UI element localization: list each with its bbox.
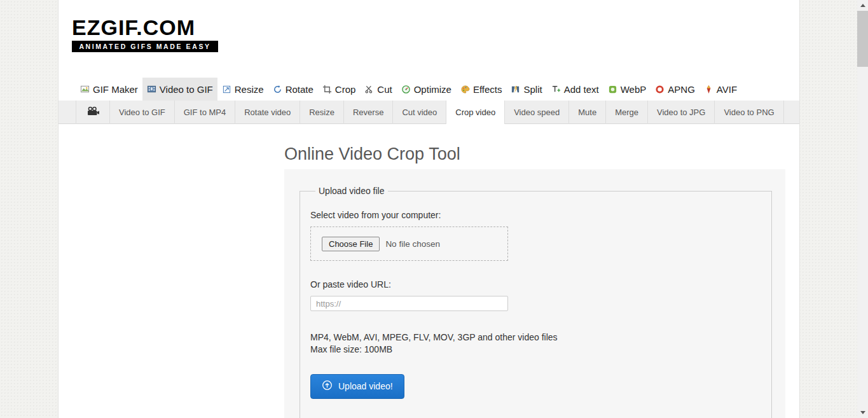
nav-item-cut[interactable]: Cut (360, 78, 396, 101)
scrollbar-down-button[interactable] (857, 407, 868, 418)
subnav-item-merge[interactable]: Merge (605, 101, 647, 124)
supported-formats-text: MP4, WebM, AVI, MPEG, FLV, MOV, 3GP and … (310, 331, 761, 344)
sub-nav: Video to GIF GIF to MP4 Rotate video Res… (59, 101, 799, 124)
nav-item-label: GIF Maker (93, 84, 138, 95)
page-title: Online Video Crop Tool (284, 144, 799, 164)
subnav-item-label: Cut video (402, 108, 437, 117)
nav-item-webp[interactable]: WebP (603, 78, 651, 101)
add-text-icon (551, 85, 561, 94)
nav-item-label: AVIF (717, 84, 737, 95)
webp-icon (608, 85, 617, 94)
subnav-item-label: Video to PNG (724, 108, 774, 117)
nav-item-avif[interactable]: AVIF (699, 78, 741, 101)
nav-item-label: Video to GIF (160, 84, 213, 95)
nav-item-resize[interactable]: Resize (217, 78, 268, 101)
nav-item-crop[interactable]: Crop (318, 78, 361, 101)
nav-item-label: Optimize (414, 84, 451, 95)
video-url-input[interactable] (310, 296, 508, 311)
nav-item-label: Effects (473, 84, 502, 95)
subnav-item-label: Crop video (455, 108, 495, 117)
nav-item-split[interactable]: Split (506, 78, 546, 101)
nav-item-label: Cut (377, 84, 392, 95)
scissors-icon (364, 85, 374, 94)
subnav-item-label: Rotate video (244, 108, 291, 117)
subnav-item-label: Video to GIF (119, 108, 165, 117)
nav-item-apng[interactable]: APNG (651, 78, 699, 101)
nav-item-optimize[interactable]: Optimize (397, 78, 456, 101)
scrollbar-thumb[interactable] (857, 11, 868, 67)
subnav-item-mute[interactable]: Mute (568, 101, 605, 124)
avif-icon (704, 85, 713, 94)
picture-icon (80, 85, 90, 94)
nav-item-label: Rotate (286, 84, 313, 95)
nav-item-label: WebP (621, 84, 647, 95)
nav-item-label: Resize (235, 84, 264, 95)
movie-camera-icon (86, 106, 99, 118)
content-card: EZGIF.COM ANIMATED GIFS MADE EASY GIF Ma… (58, 0, 800, 418)
no-file-chosen-text: No file chosen (385, 239, 440, 249)
nav-item-label: Crop (335, 84, 356, 95)
crop-icon (322, 85, 332, 94)
nav-item-label: Split (523, 84, 542, 95)
subnav-item-resize[interactable]: Resize (300, 101, 343, 124)
subnav-item-cut-video[interactable]: Cut video (392, 101, 446, 124)
subnav-item-label: Merge (615, 108, 638, 117)
select-video-label: Select video from your computer: (310, 210, 761, 220)
nav-item-gif-maker[interactable]: GIF Maker (76, 78, 142, 101)
up-arrow-icon (860, 4, 865, 7)
upload-panel: Upload video file Select video from your… (284, 169, 785, 418)
subnav-item-rotate-video[interactable]: Rotate video (235, 101, 300, 124)
film-strip-icon (147, 85, 156, 94)
subnav-item-label: Mute (578, 108, 596, 117)
upload-fieldset: Upload video file Select video from your… (300, 186, 772, 418)
nav-item-rotate[interactable]: Rotate (268, 78, 318, 101)
file-drop-area: Choose File No file chosen (310, 226, 508, 261)
nav-item-add-text[interactable]: Add text (547, 78, 603, 101)
choose-file-button[interactable]: Choose File (322, 237, 380, 251)
upload-button-label: Upload video! (338, 381, 393, 392)
logo-tagline: ANIMATED GIFS MADE EASY (72, 41, 218, 52)
nav-item-effects[interactable]: Effects (456, 78, 507, 101)
site-logo[interactable]: EZGIF.COM ANIMATED GIFS MADE EASY (72, 17, 218, 52)
subnav-item-reverse[interactable]: Reverse (343, 101, 392, 124)
subnav-item-video-to-png[interactable]: Video to PNG (714, 101, 783, 124)
upload-icon (322, 380, 333, 393)
upload-video-button[interactable]: Upload video! (310, 374, 404, 399)
apng-icon (655, 85, 665, 94)
subnav-item-crop-video[interactable]: Crop video (446, 101, 504, 124)
resize-icon (222, 85, 231, 94)
scrollbar[interactable] (857, 0, 868, 418)
nav-item-label: APNG (668, 84, 695, 95)
gauge-icon (401, 85, 411, 94)
subnav-item-label: Resize (309, 108, 334, 117)
subnav-item-label: Video to JPG (657, 108, 705, 117)
subnav-item-label: Video speed (514, 108, 560, 117)
nav-item-video-to-gif[interactable]: Video to GIF (142, 78, 217, 101)
main-nav: GIF Maker Video to GIF Resize Rotate Cro… (76, 78, 799, 101)
subnav-item-gif-to-mp4[interactable]: GIF to MP4 (174, 101, 235, 124)
upload-fieldset-legend: Upload video file (315, 186, 388, 196)
subnav-item-video-to-jpg[interactable]: Video to JPG (647, 101, 714, 124)
rotate-icon (273, 85, 282, 94)
palette-icon (460, 85, 470, 94)
split-icon (511, 85, 520, 94)
down-arrow-icon (860, 411, 865, 414)
paste-url-label: Or paste video URL: (310, 279, 761, 289)
subnav-item-video-to-gif[interactable]: Video to GIF (109, 101, 174, 124)
logo-title: EZGIF.COM (72, 17, 218, 38)
subnav-item-label: Reverse (353, 108, 383, 117)
scrollbar-up-button[interactable] (857, 0, 868, 11)
subnav-item-video-speed[interactable]: Video speed (504, 101, 568, 124)
subnav-video-home[interactable] (76, 101, 109, 124)
subnav-item-label: GIF to MP4 (184, 108, 226, 117)
max-file-size-text: Max file size: 100MB (310, 344, 761, 356)
nav-item-label: Add text (564, 84, 599, 95)
